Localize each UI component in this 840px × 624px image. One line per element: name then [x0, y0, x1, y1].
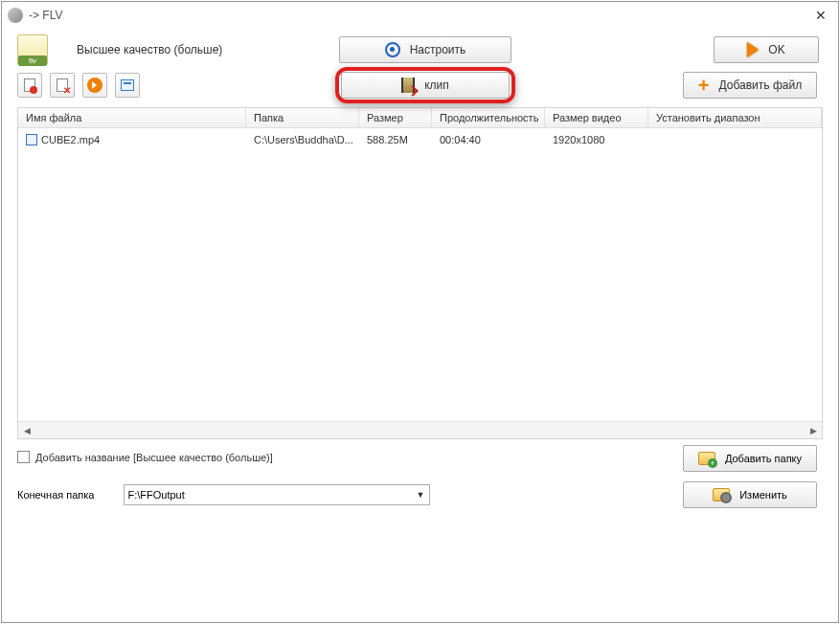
play-button[interactable]: [82, 73, 107, 98]
app-icon: [8, 8, 23, 23]
add-title-checkbox[interactable]: [17, 451, 30, 463]
change-button[interactable]: Изменить: [683, 481, 817, 508]
cell-folder: C:\Users\Buddha\D...: [246, 131, 359, 148]
info-panel-icon: [121, 79, 134, 91]
filename-text: CUBE2.mp4: [41, 134, 100, 145]
gear-icon: [385, 42, 400, 57]
cell-filename: CUBE2.mp4: [18, 131, 246, 148]
destination-combo[interactable]: F:\FFOutput ▼: [124, 484, 430, 505]
close-icon[interactable]: ✕: [809, 8, 832, 23]
document-add-icon: [24, 78, 35, 92]
folder-add-icon: [698, 452, 715, 465]
col-duration[interactable]: Продолжительность: [432, 108, 545, 127]
ok-button[interactable]: OK: [714, 36, 819, 63]
settings-label: Настроить: [410, 43, 466, 56]
format-flv-icon: [17, 34, 48, 65]
bottom-panel: Добавить название [Высшее качество (боль…: [2, 439, 838, 515]
cell-size: 588.25M: [359, 131, 432, 148]
change-label: Изменить: [739, 489, 787, 501]
add-folder-button[interactable]: Добавить папку: [683, 445, 817, 472]
play-circle-icon: [87, 78, 102, 93]
destination-label: Конечная папка: [17, 489, 95, 501]
chevron-down-icon: ▼: [417, 490, 425, 500]
ok-label: OK: [768, 43, 784, 56]
cell-range: [648, 131, 822, 148]
clip-label: клип: [424, 78, 449, 92]
info-button[interactable]: [115, 73, 140, 98]
titlebar: -> FLV ✕: [2, 2, 838, 29]
add-title-label: Добавить название [Высшее качество (боль…: [35, 452, 273, 463]
cell-vsize: 1920x1080: [545, 131, 648, 148]
quality-label: Высшее качество (больше): [77, 43, 222, 56]
destination-value: F:\FFOutput: [128, 489, 185, 501]
col-range[interactable]: Установить диапазон: [648, 108, 822, 127]
video-file-icon: [26, 134, 37, 145]
file-table: Имя файла Папка Размер Продолжительность…: [17, 107, 823, 439]
add-file-label: Добавить файл: [719, 78, 803, 92]
horizontal-scrollbar[interactable]: ◀ ▶: [18, 421, 822, 438]
remove-doc-button[interactable]: [50, 73, 75, 98]
scroll-right-icon[interactable]: ▶: [805, 422, 822, 439]
flv-export-dialog: -> FLV ✕ Высшее качество (больше) Настро…: [1, 1, 839, 623]
play-arrow-icon: [747, 42, 759, 57]
add-folder-label: Добавить папку: [725, 453, 802, 464]
document-remove-icon: [57, 78, 68, 92]
scroll-left-icon[interactable]: ◀: [18, 422, 35, 439]
col-filename[interactable]: Имя файла: [18, 108, 246, 127]
col-size[interactable]: Размер: [359, 108, 432, 127]
table-body: CUBE2.mp4 C:\Users\Buddha\D... 588.25M 0…: [18, 128, 822, 421]
folder-gear-icon: [713, 488, 730, 501]
settings-button[interactable]: Настроить: [339, 36, 511, 63]
col-folder[interactable]: Папка: [246, 108, 359, 127]
col-vsize[interactable]: Размер видео: [545, 108, 648, 127]
top-toolbar: Высшее качество (больше) Настроить OK: [2, 29, 838, 69]
clip-button[interactable]: клип: [341, 72, 510, 99]
cell-duration: 00:04:40: [432, 131, 545, 148]
plus-icon: +: [698, 78, 710, 92]
table-header: Имя файла Папка Размер Продолжительность…: [18, 108, 822, 128]
window-title: -> FLV: [29, 9, 809, 22]
table-row[interactable]: CUBE2.mp4 C:\Users\Buddha\D... 588.25M 0…: [18, 128, 822, 151]
film-clip-icon: [401, 78, 415, 93]
second-toolbar: клип + Добавить файл: [2, 69, 838, 107]
add-doc-button[interactable]: [17, 73, 42, 98]
add-file-button[interactable]: + Добавить файл: [683, 72, 817, 99]
